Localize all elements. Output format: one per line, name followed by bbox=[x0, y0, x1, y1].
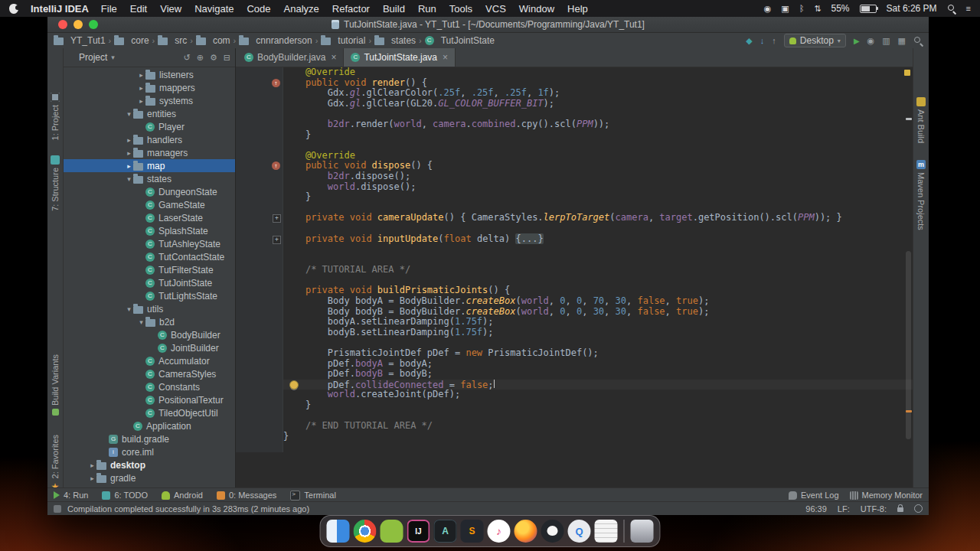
line-number[interactable] bbox=[236, 203, 270, 214]
override-marker-icon[interactable]: ↑ bbox=[272, 79, 280, 87]
menu-file[interactable]: File bbox=[101, 3, 117, 15]
code-line-102[interactable] bbox=[236, 442, 913, 452]
tree-item-application[interactable]: CApplication bbox=[64, 419, 235, 432]
toolwindow-button-favorites[interactable]: 2: Favorites ★ bbox=[47, 435, 63, 492]
code-line-95[interactable]: pDef.bodyB = bodyB; bbox=[236, 369, 913, 380]
toolwindow-button-project[interactable]: 1: Project bbox=[47, 93, 63, 140]
time-machine-icon[interactable]: ⇅ bbox=[814, 4, 821, 14]
code-line-92[interactable] bbox=[236, 337, 913, 348]
breadcrumb-item[interactable]: YT_Tut1 bbox=[54, 35, 106, 46]
tree-item-entities[interactable]: ▾entities bbox=[64, 107, 235, 120]
project-panel-title[interactable]: Project bbox=[79, 52, 107, 63]
collapse-all-icon[interactable]: ⊟ bbox=[224, 53, 230, 63]
line-number[interactable] bbox=[236, 285, 270, 296]
code-line-54[interactable]: } bbox=[236, 192, 913, 203]
line-number[interactable] bbox=[236, 328, 270, 338]
chevron-down-icon[interactable]: ▾ bbox=[111, 54, 115, 61]
tree-item-managers[interactable]: ▸managers bbox=[64, 146, 235, 159]
display-icon[interactable]: ▣ bbox=[781, 4, 789, 14]
line-number[interactable] bbox=[236, 255, 270, 266]
bluetooth-icon[interactable]: ᛒ bbox=[799, 4, 805, 14]
toolwindow-button-0-messages[interactable]: 0: Messages bbox=[217, 491, 276, 500]
line-number[interactable] bbox=[236, 307, 270, 318]
caret-position-widget[interactable]: 96:39 bbox=[805, 504, 827, 514]
code-line-90[interactable]: bodyA.setLinearDamping(1.75f); bbox=[236, 317, 913, 328]
tree-item-player[interactable]: CPlayer bbox=[64, 120, 235, 133]
code-line-51[interactable]: ↑ public void dispose() { bbox=[236, 161, 913, 171]
toolwindow-button-structure[interactable]: 7: Structure bbox=[47, 155, 63, 211]
code-line-96[interactable]: pDef.collideConnected = false; bbox=[236, 380, 913, 390]
itunes-icon[interactable]: ♪ bbox=[488, 520, 511, 543]
analysis-status-icon[interactable] bbox=[904, 70, 910, 76]
code-line-45[interactable]: Gdx.gl.glClear(GL20.GL_COLOR_BUFFER_BIT)… bbox=[236, 99, 913, 109]
tree-arrow-icon[interactable]: ▾ bbox=[137, 318, 145, 326]
tree-item-bodybuilder[interactable]: CBodyBuilder bbox=[64, 328, 235, 341]
tree-item-handlers[interactable]: ▸handlers bbox=[64, 133, 235, 146]
tree-item-systems[interactable]: ▸systems bbox=[64, 94, 235, 107]
toolwindow-button-ant-build[interactable]: Ant Build bbox=[913, 97, 929, 143]
line-number[interactable] bbox=[236, 171, 270, 182]
tree-item-utils[interactable]: ▾utils bbox=[64, 302, 235, 315]
breadcrumb-item[interactable]: core bbox=[114, 35, 149, 46]
debug-button[interactable]: ◉ bbox=[867, 36, 875, 46]
line-number[interactable] bbox=[236, 276, 270, 286]
code-line-98[interactable]: } bbox=[236, 400, 913, 411]
line-number[interactable] bbox=[236, 109, 270, 119]
firefox-icon[interactable] bbox=[514, 520, 537, 543]
add-icon[interactable]: ⊕ bbox=[197, 53, 204, 63]
line-number[interactable] bbox=[236, 119, 270, 130]
close-icon[interactable]: × bbox=[443, 52, 448, 63]
readonly-lock-icon[interactable] bbox=[897, 507, 903, 512]
tree-arrow-icon[interactable]: ▸ bbox=[88, 474, 96, 482]
tree-item-laserstate[interactable]: CLaserState bbox=[64, 211, 235, 224]
code-line-91[interactable]: bodyB.setLinearDamping(1.75f); bbox=[236, 328, 913, 338]
tree-item-build-gradle[interactable]: Gbuild.gradle bbox=[64, 432, 235, 445]
intention-bulb-icon[interactable] bbox=[289, 380, 299, 390]
line-number[interactable] bbox=[236, 348, 270, 359]
code-line-46[interactable] bbox=[236, 109, 913, 119]
tree-item-dungeonstate[interactable]: CDungeonState bbox=[64, 185, 235, 198]
menu-analyze[interactable]: Analyze bbox=[284, 3, 319, 15]
zoom-window-button[interactable] bbox=[89, 20, 98, 29]
line-number[interactable] bbox=[236, 182, 270, 193]
breadcrumb-item[interactable]: cnnranderson bbox=[239, 35, 312, 46]
code-line-99[interactable] bbox=[236, 411, 913, 422]
line-number[interactable] bbox=[236, 99, 270, 109]
code-line-49[interactable] bbox=[236, 140, 913, 151]
error-stripe-mark[interactable] bbox=[906, 410, 912, 412]
code-line-86[interactable] bbox=[236, 276, 913, 286]
code-line-59[interactable] bbox=[236, 223, 913, 234]
breadcrumb-item[interactable]: com bbox=[196, 35, 230, 46]
line-number[interactable] bbox=[236, 151, 270, 161]
line-number[interactable] bbox=[236, 421, 270, 432]
line-number[interactable] bbox=[236, 432, 270, 442]
code-line-60[interactable]: + private void inputUpdate(float delta) … bbox=[236, 234, 913, 245]
notification-center-icon[interactable]: ≡ bbox=[966, 4, 971, 13]
menu-navigate[interactable]: Navigate bbox=[194, 3, 234, 15]
tree-item-b2d[interactable]: ▾b2d bbox=[64, 315, 235, 328]
search-everywhere-icon[interactable] bbox=[913, 36, 923, 45]
tree-item-tutlightsstate[interactable]: CTutLightsState bbox=[64, 289, 235, 302]
encoding-widget[interactable]: UTF-8: bbox=[861, 504, 887, 514]
tree-arrow-icon[interactable]: ▸ bbox=[125, 149, 133, 157]
tree-item-mappers[interactable]: ▸mappers bbox=[64, 81, 235, 94]
line-number[interactable] bbox=[236, 161, 270, 171]
close-icon[interactable]: × bbox=[331, 52, 336, 63]
code-line-55[interactable] bbox=[236, 203, 913, 214]
line-number[interactable] bbox=[236, 411, 270, 422]
intellij-icon[interactable]: IJ bbox=[407, 520, 430, 543]
menubar-app-name[interactable]: IntelliJ IDEA bbox=[31, 3, 89, 15]
tree-arrow-icon[interactable]: ▸ bbox=[125, 136, 133, 144]
code-line-87[interactable]: private void buildPrismaticJoints() { bbox=[236, 285, 913, 296]
tool-windows-grid-icon[interactable]: ▦ bbox=[898, 36, 906, 46]
line-number[interactable] bbox=[236, 337, 270, 348]
line-number[interactable] bbox=[236, 400, 270, 411]
minimize-window-button[interactable] bbox=[74, 20, 83, 29]
tree-item-tutfilterstate[interactable]: CTutFilterState bbox=[64, 263, 235, 276]
run-button[interactable]: ▶ bbox=[854, 37, 860, 45]
tree-item-desktop[interactable]: ▸desktop bbox=[64, 458, 235, 471]
line-separator-widget[interactable]: LF: bbox=[838, 504, 850, 514]
line-number[interactable] bbox=[236, 140, 270, 151]
line-number[interactable] bbox=[236, 88, 270, 99]
tree-item-constants[interactable]: CConstants bbox=[64, 380, 235, 393]
